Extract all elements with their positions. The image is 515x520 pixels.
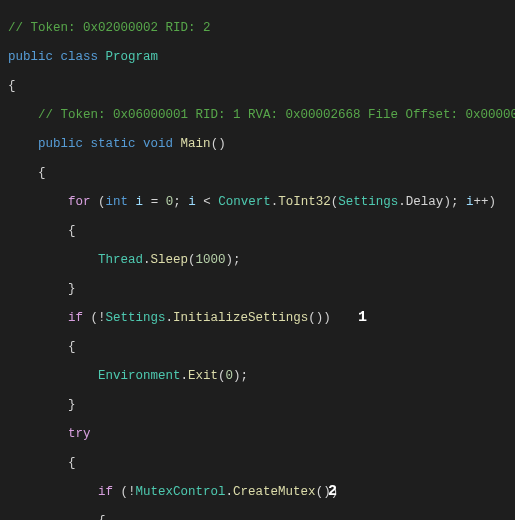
for-keyword: for (68, 195, 91, 209)
comment: // Token: 0x02000002 RID: 2 (8, 21, 211, 35)
keyword: static (91, 137, 136, 151)
code-line: public static void Main() (8, 137, 507, 152)
code-line: // Token: 0x06000001 RID: 1 RVA: 0x00002… (8, 108, 507, 123)
code-line: // Token: 0x02000002 RID: 2 (8, 21, 507, 36)
code-viewer: // Token: 0x02000002 RID: 2 public class… (8, 6, 507, 520)
keyword: public (38, 137, 83, 151)
code-line: public class Program (8, 50, 507, 65)
code-line: for (int i = 0; i < Convert.ToInt32(Sett… (8, 195, 507, 210)
code-line: Environment.Exit(0); (8, 369, 507, 384)
code-line: { (8, 340, 507, 355)
annotation-marker: 1 (358, 311, 367, 326)
keyword: class (61, 50, 99, 64)
open-brace: { (8, 79, 16, 93)
code-line: if (!Settings.InitializeSettings())1 (8, 311, 507, 326)
code-line: if (!MutexControl.CreateMutex())2 (8, 485, 507, 500)
method-name: Main (181, 137, 211, 151)
code-line: { (8, 456, 507, 471)
keyword: void (143, 137, 173, 151)
code-line: try (8, 427, 507, 442)
code-line: } (8, 398, 507, 413)
keyword: public (8, 50, 53, 64)
code-line: } (8, 282, 507, 297)
comment: // Token: 0x06000001 RID: 1 RVA: 0x00002… (38, 108, 515, 122)
code-line: { (8, 224, 507, 239)
code-line: Thread.Sleep(1000); (8, 253, 507, 268)
if-keyword: if (68, 311, 83, 325)
code-line: { (8, 166, 507, 181)
annotation-marker: 2 (328, 485, 337, 500)
try-keyword: try (68, 427, 91, 441)
code-line: { (8, 514, 507, 521)
code-line: { (8, 79, 507, 94)
type: Program (106, 50, 159, 64)
